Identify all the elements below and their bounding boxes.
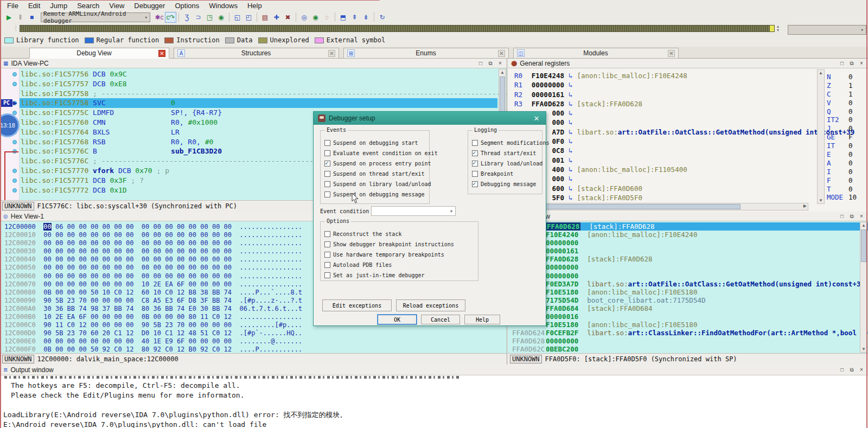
flag-row[interactable]: T0 <box>827 185 857 194</box>
float-icon[interactable]: ⧉ <box>848 213 855 220</box>
flag-row[interactable]: MODE10 <box>827 193 857 202</box>
stack-row[interactable]: F0ED3A7Dlibart.so:art::OatFile::OatClass… <box>508 280 868 288</box>
edit-exceptions-button[interactable]: Edit exceptions <box>322 299 392 311</box>
checkbox-unchecked-icon[interactable] <box>324 241 330 247</box>
disassembly-line[interactable]: libc.so:F1C57757 DCB 0xE8 <box>20 79 497 89</box>
maximize-icon[interactable]: □ <box>839 60 845 67</box>
flag-row[interactable]: C1 <box>827 90 857 99</box>
stack-scrollbar[interactable]: ▲ ▼ <box>860 222 867 353</box>
checkbox-unchecked-icon[interactable] <box>324 252 330 258</box>
navband-handle-icon[interactable]: ▴▾ <box>777 24 779 32</box>
scroll-up-icon[interactable]: ▲ <box>499 70 506 75</box>
stack-list[interactable]: FFA0D628[stack]:FFA0D628F10E4240[anon:li… <box>508 221 868 353</box>
event-checkbox-4[interactable]: Suspend on thread start/exit <box>324 169 425 179</box>
checkbox-unchecked-icon[interactable] <box>324 150 330 156</box>
checkbox-checked-icon[interactable] <box>472 161 478 167</box>
menu-item-help[interactable]: Help <box>242 1 267 11</box>
flag-row[interactable]: E0 <box>827 150 857 159</box>
flag-row[interactable]: J0 <box>827 124 857 133</box>
logging-checkbox-1[interactable]: Segment modifications <box>472 138 549 148</box>
stack-row[interactable]: F10E5180[anon:libc_malloc]:F10E5180 <box>508 321 868 329</box>
checkbox-checked-icon[interactable] <box>324 161 330 167</box>
close-icon[interactable]: × <box>858 367 865 373</box>
checkbox-unchecked-icon[interactable] <box>324 171 330 177</box>
checkbox-unchecked-icon[interactable] <box>324 140 330 146</box>
stack-row[interactable]: FFA0D624F0CEFB2Flibart.so:art::ClassLink… <box>508 329 868 337</box>
selected-byte[interactable]: 00 <box>43 223 51 231</box>
register-row[interactable]: A7D↳libart.so:art::OatFile::OatClass::Ge… <box>508 127 868 137</box>
menu-item-view[interactable]: View <box>104 1 129 11</box>
stack-row[interactable]: 00000161 <box>508 247 868 255</box>
register-row[interactable]: R3FFA0D628↳[stack]:FFA0D628 <box>508 99 868 108</box>
step-into-icon[interactable]: Ʒ <box>181 12 193 23</box>
register-row[interactable]: R0F10E4248↳[anon:libc_malloc]:F10E4248 <box>508 71 868 80</box>
checkbox-unchecked-icon[interactable] <box>324 181 330 187</box>
disassembly-line[interactable]: libc.so:F1C57756 DCB 0x9C <box>20 69 497 79</box>
tab-modules[interactable]: ◫Modules✕ <box>513 48 679 59</box>
tab-structures[interactable]: AStructures✕ <box>174 48 339 59</box>
stack-row[interactable]: FFA0D628[stack]:FFA0D628 <box>508 222 868 231</box>
register-row[interactable]: 400↳[anon:libc_malloc]:F1105400 <box>508 165 868 174</box>
add-watch-icon[interactable]: ◉ <box>310 12 321 23</box>
output-log[interactable]: The hotkeys are F5: decompile, Ctrl-F5: … <box>0 375 868 428</box>
navigation-band[interactable] <box>20 25 775 32</box>
event-checkbox-2[interactable]: Evaluate event condition on exit <box>324 148 438 158</box>
hex-row[interactable]: 12C000D0 90 5B 23 70 60 20 C1 12 D0 10 C… <box>0 329 507 337</box>
tab-debug-view[interactable]: Debug View✕ <box>29 48 169 59</box>
scroll-right-icon[interactable]: ▶ <box>803 203 807 208</box>
help-button[interactable]: Help <box>464 315 500 324</box>
checkbox-unchecked-icon[interactable] <box>324 262 330 268</box>
menu-item-options[interactable]: Options <box>170 1 204 11</box>
tab-enums[interactable]: ⊞Enums✕ <box>343 48 509 59</box>
register-row[interactable]: R100000000↳ <box>508 80 868 90</box>
stack-row[interactable]: FFA0D62800000000 <box>508 337 868 345</box>
breakpoint-dot[interactable] <box>12 178 17 183</box>
close-icon[interactable]: ✕ <box>668 50 675 57</box>
scroll-down-icon[interactable]: ▼ <box>818 198 824 203</box>
start-process-icon[interactable]: ▶ <box>3 12 15 23</box>
breakpoint-dot[interactable] <box>12 140 17 144</box>
event-checkbox-6[interactable]: Suspend on debugging message <box>324 189 425 200</box>
stack-row[interactable]: 00000000 <box>508 263 868 271</box>
event-checkbox-3[interactable]: Suspend on process entry point <box>324 158 431 169</box>
register-row[interactable]: 0F0↳ <box>508 137 868 146</box>
reload-exceptions-button[interactable]: Reload exceptions <box>396 299 465 311</box>
logging-checkbox-2[interactable]: Thread start/exit <box>472 148 536 158</box>
close-icon[interactable]: ✕ <box>328 50 335 57</box>
run-until-return-icon[interactable]: ◳ <box>204 12 215 23</box>
add-breakpoint-icon[interactable]: ✚ <box>271 12 282 23</box>
register-row[interactable]: 000↳ <box>508 108 868 118</box>
stack-row[interactable]: 00000000 <box>508 239 868 247</box>
flag-row[interactable]: A0 <box>827 159 857 168</box>
flag-row[interactable]: IT0 <box>827 142 857 150</box>
scroll-down-icon[interactable]: ▼ <box>860 347 867 352</box>
close-icon[interactable]: × <box>858 60 865 67</box>
breakpoint-list-icon[interactable]: ▤ <box>259 12 271 23</box>
option-checkbox-1[interactable]: Reconstruct the stack <box>324 229 401 239</box>
register-row[interactable]: 000↳ <box>508 174 868 183</box>
stop-process-icon[interactable]: ■ <box>26 12 37 23</box>
menu-item-jump[interactable]: Jump <box>45 1 72 11</box>
float-icon[interactable]: ⧉ <box>848 367 855 373</box>
maximize-icon[interactable]: □ <box>839 367 845 373</box>
stack-row[interactable]: FFA0D62C0BEBC200 <box>508 345 868 353</box>
maximize-icon[interactable]: □ <box>839 213 845 220</box>
option-checkbox-3[interactable]: Use hardware temporary breakpoints <box>324 250 444 260</box>
registers-list[interactable]: R0F10E4248↳[anon:libc_malloc]:F10E4248R1… <box>508 68 868 202</box>
checkbox-unchecked-icon[interactable] <box>324 272 330 278</box>
close-icon[interactable]: ✕ <box>498 50 505 57</box>
menu-item-debugger[interactable]: Debugger <box>129 1 170 11</box>
close-icon[interactable]: ✕ <box>158 50 165 57</box>
watch-list-icon[interactable]: ◎ <box>298 12 310 23</box>
breakpoint-dot[interactable] <box>12 82 17 86</box>
continue-process-icon[interactable]: c↷ <box>165 12 176 23</box>
stack-row[interactable]: F10E5180[anon:libc_malloc]:F10E5180 <box>508 288 868 296</box>
delete-breakpoint-icon[interactable]: ✖ <box>282 12 293 23</box>
flag-row[interactable]: N0 <box>827 73 857 81</box>
stack-row[interactable]: 00000016 <box>508 312 868 321</box>
close-icon[interactable]: × <box>497 60 503 67</box>
breakpoint-dot[interactable] <box>12 169 17 173</box>
logging-checkbox-3[interactable]: Library load/unload <box>472 158 542 169</box>
checkbox-checked-icon[interactable] <box>472 150 478 156</box>
flag-row[interactable]: GEF <box>827 133 857 142</box>
